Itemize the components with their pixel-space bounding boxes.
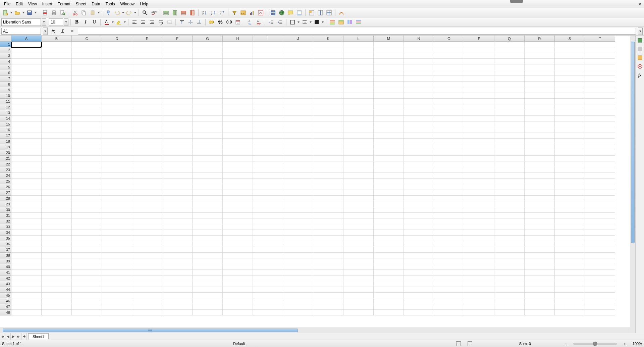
cell[interactable] — [404, 127, 434, 133]
cell[interactable] — [132, 190, 162, 196]
cell[interactable] — [42, 196, 72, 201]
cell[interactable] — [555, 253, 585, 258]
cell[interactable] — [404, 196, 434, 201]
cell[interactable] — [434, 156, 464, 161]
row-header[interactable]: 26 — [0, 184, 11, 190]
cell[interactable] — [162, 116, 193, 121]
row-header[interactable]: 14 — [0, 116, 11, 121]
cell[interactable] — [132, 82, 162, 87]
cell[interactable] — [193, 264, 223, 270]
cell[interactable] — [72, 247, 102, 253]
cell[interactable] — [283, 93, 313, 99]
cell[interactable] — [132, 207, 162, 213]
cell[interactable] — [374, 127, 404, 133]
cell[interactable] — [434, 133, 464, 139]
cell[interactable] — [102, 298, 132, 304]
cell[interactable] — [525, 82, 555, 87]
sidebar-properties-icon[interactable] — [637, 37, 643, 44]
cell[interactable] — [193, 42, 223, 47]
cell[interactable] — [223, 133, 253, 139]
insert-cols-button[interactable] — [171, 9, 179, 17]
col-header[interactable]: L — [343, 36, 374, 42]
cell[interactable] — [42, 258, 72, 264]
cell[interactable] — [42, 161, 72, 167]
menu-data[interactable]: Data — [89, 1, 103, 7]
cell[interactable] — [525, 276, 555, 281]
col-header[interactable]: B — [42, 36, 72, 42]
cell[interactable] — [434, 190, 464, 196]
cell[interactable] — [102, 179, 132, 184]
cell[interactable] — [313, 270, 343, 276]
cell[interactable] — [555, 150, 585, 156]
cell[interactable] — [343, 310, 374, 315]
cell[interactable] — [343, 127, 374, 133]
cell[interactable] — [555, 161, 585, 167]
cell[interactable] — [494, 247, 525, 253]
cell[interactable] — [162, 281, 193, 287]
cell[interactable] — [253, 99, 283, 104]
cell[interactable] — [374, 87, 404, 93]
cell[interactable] — [162, 104, 193, 110]
cell[interactable] — [525, 139, 555, 144]
cell[interactable] — [313, 253, 343, 258]
col-header[interactable]: J — [283, 36, 313, 42]
cell[interactable] — [494, 104, 525, 110]
cell[interactable] — [11, 133, 42, 139]
cell[interactable] — [555, 110, 585, 116]
cell[interactable] — [102, 247, 132, 253]
cell[interactable] — [404, 247, 434, 253]
cell[interactable] — [343, 236, 374, 241]
cell[interactable] — [11, 173, 42, 179]
cell[interactable] — [162, 87, 193, 93]
cell[interactable] — [525, 127, 555, 133]
cell[interactable] — [374, 258, 404, 264]
cell[interactable] — [283, 121, 313, 127]
cell[interactable] — [555, 121, 585, 127]
cell[interactable] — [253, 276, 283, 281]
cell[interactable] — [555, 127, 585, 133]
cell[interactable] — [223, 93, 253, 99]
cell[interactable] — [434, 298, 464, 304]
cell[interactable] — [313, 201, 343, 207]
row-header[interactable]: 1 — [0, 42, 11, 47]
export-pdf-button[interactable] — [41, 9, 49, 17]
align-center-button[interactable] — [139, 18, 147, 26]
cell[interactable] — [374, 167, 404, 173]
cut-button[interactable] — [71, 9, 79, 17]
row-header[interactable]: 38 — [0, 253, 11, 258]
cell[interactable] — [374, 190, 404, 196]
row-header[interactable]: 15 — [0, 121, 11, 127]
date-button[interactable]: 1 — [234, 18, 242, 26]
cell[interactable] — [585, 196, 615, 201]
cell[interactable] — [313, 293, 343, 298]
cell[interactable] — [374, 236, 404, 241]
borders-dropdown[interactable] — [297, 21, 300, 23]
sidebar-gallery-icon[interactable] — [637, 54, 643, 61]
cell[interactable] — [42, 144, 72, 150]
cell[interactable] — [464, 104, 494, 110]
row-header[interactable]: 20 — [0, 150, 11, 156]
cell[interactable] — [404, 310, 434, 315]
cell[interactable] — [525, 196, 555, 201]
cell[interactable] — [343, 287, 374, 293]
paste-dropdown[interactable] — [97, 12, 100, 13]
cell[interactable] — [283, 47, 313, 53]
cell[interactable] — [102, 116, 132, 121]
cell[interactable] — [343, 253, 374, 258]
cell[interactable] — [132, 218, 162, 224]
cell[interactable] — [464, 253, 494, 258]
cell[interactable] — [42, 276, 72, 281]
cell[interactable] — [374, 270, 404, 276]
cell[interactable] — [374, 110, 404, 116]
cell[interactable] — [374, 184, 404, 190]
cell[interactable] — [11, 276, 42, 281]
col-header[interactable]: R — [525, 36, 555, 42]
cell[interactable] — [193, 276, 223, 281]
cell[interactable] — [223, 190, 253, 196]
cell[interactable] — [223, 201, 253, 207]
cell[interactable] — [494, 53, 525, 59]
cell[interactable] — [193, 70, 223, 76]
cell[interactable] — [434, 230, 464, 236]
cell[interactable] — [283, 179, 313, 184]
cell[interactable] — [72, 293, 102, 298]
